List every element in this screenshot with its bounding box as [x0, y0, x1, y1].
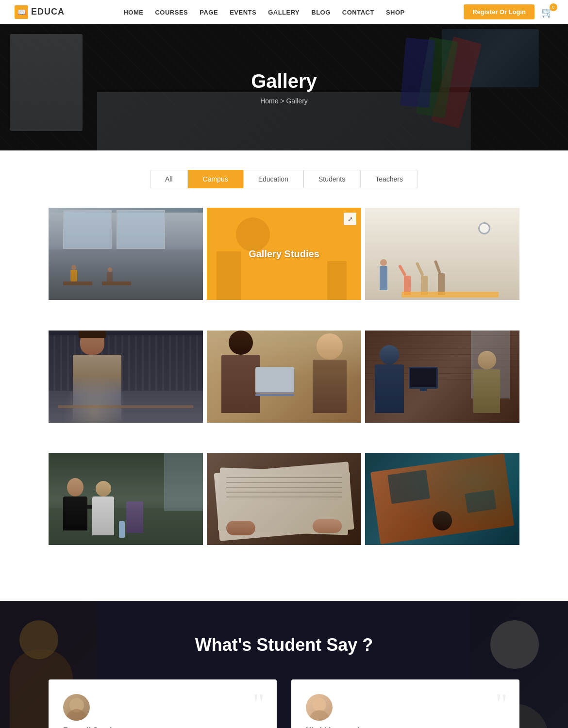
- filter-all[interactable]: All: [150, 170, 188, 188]
- testimonials-content: What's Student Say ? " Russell Stephens …: [0, 635, 568, 728]
- gallery-item-3[interactable]: [365, 208, 519, 327]
- gallery-item-1[interactable]: ⤢: [49, 208, 203, 327]
- hero-content: Gallery Home > Gallery: [251, 70, 317, 105]
- filter-section: All Campus Education Students Teachers: [0, 150, 568, 203]
- testimonial-card-1: " Russell Stephens University in UK In t…: [49, 679, 277, 728]
- nav-courses[interactable]: COURSES: [155, 9, 188, 16]
- logo-text: EDUCA: [31, 7, 65, 17]
- testimonials-grid: " Russell Stephens University in UK In t…: [0, 679, 568, 728]
- gallery-item-4[interactable]: [49, 331, 203, 449]
- gallery-section: ⤢ ⤢ Gallery Studies: [0, 203, 568, 601]
- gallery-item-5[interactable]: [207, 331, 361, 449]
- filter-education[interactable]: Education: [243, 170, 303, 188]
- avatar-2: [306, 694, 333, 721]
- nav-shop[interactable]: SHOP: [386, 9, 405, 16]
- gallery-item-6[interactable]: [365, 331, 519, 449]
- cart-icon[interactable]: 🛒 0: [541, 6, 553, 18]
- breadcrumb: Home > Gallery: [251, 97, 317, 105]
- avatar-image-2: [306, 694, 333, 721]
- hero-title: Gallery: [251, 70, 317, 92]
- gallery-item-7[interactable]: [49, 453, 203, 572]
- breadcrumb-current: Gallery: [286, 97, 307, 105]
- nav-events[interactable]: EVENTS: [230, 9, 256, 16]
- breadcrumb-home[interactable]: Home: [260, 97, 278, 105]
- quote-mark-1: ": [253, 689, 265, 718]
- logo-icon: 📖: [15, 5, 28, 19]
- gallery-item-9[interactable]: [365, 453, 519, 572]
- expand-icon-1: ⤢: [184, 213, 198, 226]
- avatar-image-1: [63, 694, 90, 721]
- nav-right: Register Or Login 🛒 0: [464, 4, 553, 19]
- filter-teachers[interactable]: Teachers: [360, 170, 418, 188]
- testimonial-card-2: " Kiwhi Leonard Open College Together as…: [291, 679, 519, 728]
- filter-campus[interactable]: Campus: [188, 170, 243, 188]
- cart-badge: 0: [550, 3, 557, 11]
- nav-home[interactable]: HOME: [123, 9, 143, 16]
- testimonials-section: What's Student Say ? " Russell Stephens …: [0, 601, 568, 728]
- gallery-grid: ⤢ ⤢ Gallery Studies: [49, 208, 519, 572]
- nav-links: HOME COURSES PAGE EVENTS GALLERY BLOG CO…: [123, 8, 404, 17]
- hero-section: Gallery Home > Gallery: [0, 24, 568, 150]
- nav-contact[interactable]: CONTACT: [342, 9, 374, 16]
- nav-gallery[interactable]: GALLERY: [268, 9, 300, 16]
- nav-page[interactable]: PAGE: [200, 9, 218, 16]
- logo[interactable]: 📖 EDUCA: [15, 5, 65, 19]
- avatar-1: [63, 694, 90, 721]
- nav-blog[interactable]: BLOG: [311, 9, 331, 16]
- navbar: 📖 EDUCA HOME COURSES PAGE EVENTS GALLERY…: [0, 0, 568, 24]
- register-button[interactable]: Register Or Login: [464, 4, 535, 19]
- quote-mark-2: ": [496, 689, 508, 718]
- breadcrumb-separator: >: [280, 97, 286, 105]
- filter-students[interactable]: Students: [303, 170, 360, 188]
- testimonials-title: What's Student Say ?: [0, 635, 568, 655]
- gallery-item-8[interactable]: [207, 453, 361, 572]
- gallery-studies-label: Gallery Studies: [249, 248, 319, 260]
- gallery-item-2[interactable]: ⤢ Gallery Studies: [207, 208, 361, 327]
